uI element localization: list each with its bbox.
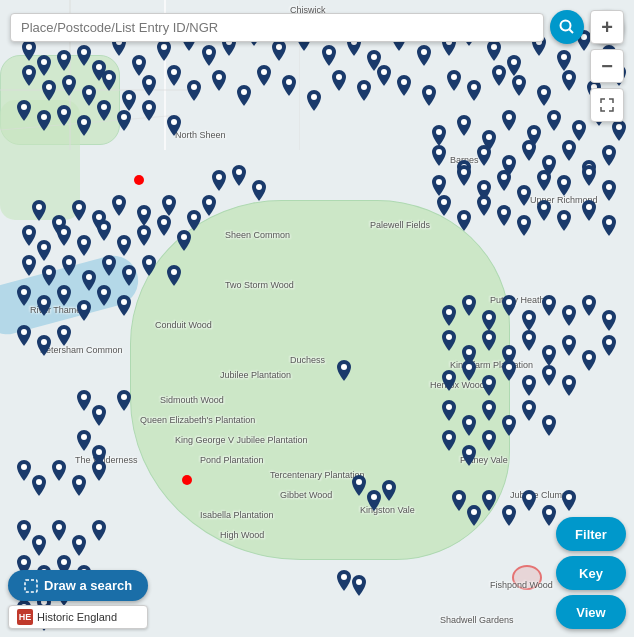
- red-marker-2: [182, 475, 192, 485]
- filter-button[interactable]: Filter: [556, 517, 626, 551]
- search-bar: [10, 10, 624, 44]
- historic-england-logo: HE Historic England: [8, 605, 148, 629]
- search-input-container[interactable]: [10, 13, 544, 42]
- svg-rect-222: [25, 580, 37, 592]
- zoom-in-button[interactable]: +: [590, 10, 624, 44]
- draw-search-label: Draw a search: [44, 578, 132, 593]
- red-marker-1: [134, 175, 144, 185]
- search-input[interactable]: [21, 20, 533, 35]
- map-container[interactable]: ChiswickNorth SheenSheen CommonPalewell …: [0, 0, 634, 637]
- draw-search-button[interactable]: Draw a search: [8, 570, 148, 601]
- svg-point-214: [561, 21, 571, 31]
- zoom-controls: + −: [590, 10, 624, 122]
- zoom-out-button[interactable]: −: [590, 49, 624, 83]
- richmond-park-area: [130, 200, 510, 560]
- bottom-left-controls: Draw a search HE Historic England: [8, 570, 148, 629]
- view-button[interactable]: View: [556, 595, 626, 629]
- pink-circle-anomaly: [512, 565, 542, 590]
- search-button[interactable]: [550, 10, 584, 44]
- bottom-right-controls: Filter Key View: [556, 517, 626, 629]
- he-logo-mark: HE: [17, 609, 33, 625]
- svg-line-215: [570, 30, 574, 34]
- fullscreen-button[interactable]: [590, 88, 624, 122]
- brand-name: Historic England: [37, 611, 117, 623]
- key-button[interactable]: Key: [556, 556, 626, 590]
- park-area-small-2: [0, 100, 80, 220]
